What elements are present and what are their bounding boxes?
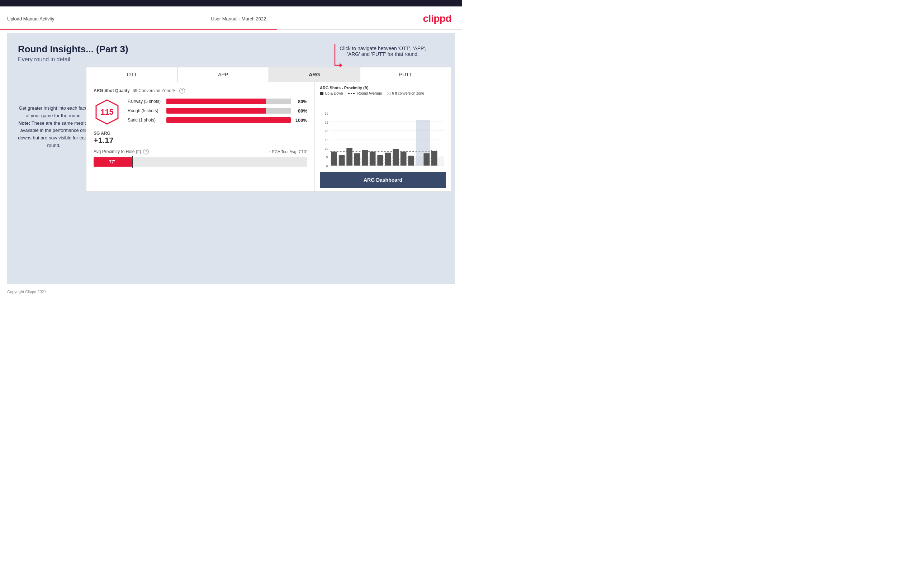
sand-label: Sand (1 shots) [128,118,163,122]
proximity-bar-fill: 77' [94,157,132,167]
legend-updown: Up & Down [320,91,343,95]
proximity-value: 77' [109,160,116,164]
proximity-section: Avg Proximity to Hole (ft) ? ↑ PGA Tour … [94,149,307,167]
hex-container: 115 Fairway (5 shots) 80% [94,98,307,127]
svg-rect-23 [346,148,352,166]
footer: Copyright Clippd 2021 [0,287,462,297]
legend-round-avg: Round Average [348,91,382,95]
tab-ott[interactable]: OTT [86,68,178,82]
tab-bar: OTT APP ARG PUTT [86,68,451,82]
sg-label: SG ARG [94,131,307,136]
svg-rect-26 [370,152,376,166]
left-description: Get greater insight into each facet of y… [18,105,90,150]
proximity-header: Avg Proximity to Hole (ft) ? ↑ PGA Tour … [94,149,307,155]
section-header: ARG Shot Quality 6ft Conversion Zone % ? [94,88,307,93]
copyright: Copyright Clippd 2021 [7,290,46,294]
shot-quality-label: ARG Shot Quality [94,88,130,93]
rough-bar [166,108,291,114]
sg-section: SG ARG +1.17 [94,131,307,145]
note-label: Note: [18,121,30,126]
chart-legend: Up & Down Round Average 6 ft conversion … [320,91,446,95]
chart-header: ARG Shots - Proximity (ft) [320,85,446,90]
svg-text:30: 30 [325,112,328,115]
svg-text:15: 15 [325,139,328,142]
chart-area: 0 5 10 15 20 25 30 [320,98,446,170]
proximity-help-icon[interactable]: ? [143,149,149,155]
conversion-label: 6ft Conversion Zone % [132,88,176,93]
legend-round-avg-label: Round Average [357,91,382,95]
svg-text:5: 5 [326,156,328,159]
hexagon: 115 [94,98,121,126]
shot-row-sand: Sand (1 shots) 100% [128,117,307,123]
legend-dash-icon [348,93,356,94]
rough-bar-fill [166,108,266,114]
proximity-cursor [132,156,132,168]
arg-dashboard-button[interactable]: ARG Dashboard [320,172,446,188]
tab-app[interactable]: APP [178,68,269,82]
left-panel: ARG Shot Quality 6ft Conversion Zone % ?… [86,82,315,191]
svg-rect-29 [393,149,399,166]
chart-title: ARG Shots - Proximity (ft) [320,85,368,90]
shot-row-fairway: Fairway (5 shots) 80% [128,98,307,104]
navigate-hint: Click to navigate between 'OTT', 'APP', … [339,45,426,57]
main-content: Round Insights... (Part 3) Every round i… [7,33,455,284]
fairway-pct: 80% [294,99,307,104]
rough-pct: 80% [294,108,307,114]
sand-bar-fill [166,117,291,123]
svg-rect-22 [339,155,345,166]
legend-conversion-label: 6 ft conversion zone [392,91,424,95]
panel-body: ARG Shot Quality 6ft Conversion Zone % ?… [86,82,451,191]
help-icon[interactable]: ? [179,88,185,93]
dashboard-panel: OTT APP ARG PUTT ARG Shot Quality 6ft Co… [86,67,451,192]
svg-text:10: 10 [325,147,328,150]
svg-rect-25 [362,150,368,166]
chart-svg: 0 5 10 15 20 25 30 [320,98,446,170]
svg-text:20: 20 [325,129,328,133]
proximity-bar-container: 77' [94,157,307,167]
svg-rect-30 [401,152,407,166]
shot-rows: Fairway (5 shots) 80% Rough (5 shots) [128,98,307,127]
fairway-label: Fairway (5 shots) [128,99,163,104]
right-panel: ARG Shots - Proximity (ft) Up & Down Rou… [315,82,451,191]
top-bar [0,0,462,6]
svg-rect-28 [385,153,391,166]
fairway-bar-fill [166,98,266,104]
shot-row-rough: Rough (5 shots) 80% [128,108,307,114]
svg-rect-34 [431,151,438,166]
hex-value: 115 [100,108,114,117]
tab-arg[interactable]: ARG [269,68,360,82]
svg-text:0: 0 [326,164,328,168]
legend-square-icon [320,92,323,95]
sg-value: +1.17 [94,136,307,145]
page-subtitle: Every round in detail [18,56,444,63]
svg-rect-21 [331,152,337,166]
logo: clippd [423,13,451,24]
header: Upload Manual Activity User Manual - Mar… [0,6,462,29]
legend-hatch-icon [387,92,391,95]
legend-updown-label: Up & Down [325,91,343,95]
header-divider [0,29,462,30]
proximity-label: Avg Proximity to Hole (ft) [94,149,141,154]
tab-putt[interactable]: PUTT [360,68,451,82]
svg-text:25: 25 [325,121,328,124]
rough-label: Rough (5 shots) [128,108,163,113]
svg-rect-33 [423,153,430,166]
upload-link[interactable]: Upload Manual Activity [7,16,55,21]
svg-rect-27 [377,155,383,166]
svg-rect-31 [408,156,414,166]
legend-conversion: 6 ft conversion zone [387,91,424,95]
sand-pct: 100% [294,118,307,123]
sand-bar [166,117,291,123]
svg-rect-24 [354,153,360,166]
pga-avg: ↑ PGA Tour Avg: 7'10" [269,150,307,154]
fairway-bar [166,98,291,104]
manual-title: User Manual - March 2022 [211,16,267,21]
